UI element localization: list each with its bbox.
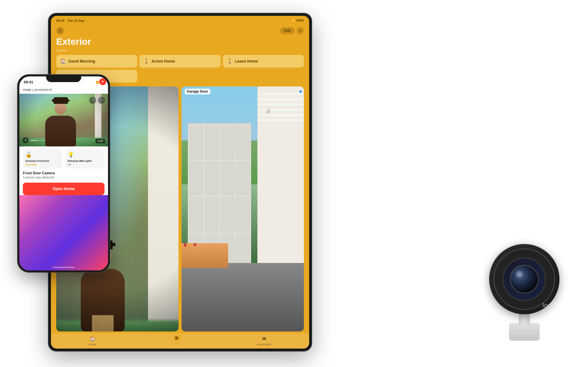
- arrive-home-icon: 🚶: [143, 58, 149, 64]
- logi-camera-device: logi: [478, 235, 571, 341]
- tablet-status-right: 📶 100%: [291, 19, 304, 22]
- speaker-button[interactable]: 🔊: [98, 97, 105, 104]
- nav-home-label: Home: [89, 343, 96, 346]
- phone-top-bar: HOME | JACKSON ST ···: [19, 86, 108, 94]
- scene-leave-home[interactable]: 🚶 Leave Home: [223, 55, 304, 68]
- rooms-active-indicator: [176, 346, 177, 347]
- menu-lines-icon: [59, 29, 62, 32]
- more-options-icon[interactable]: ···: [100, 87, 104, 92]
- camera-lens-shine: [516, 270, 523, 278]
- bottom-navigation: 🏠 Home ⊞ Rooms ✉ Automation: [51, 333, 309, 349]
- garage-driveway: [182, 263, 304, 332]
- leave-home-label: Leave Home: [235, 59, 258, 64]
- lights-device-tile[interactable]: 💡 Entryway Wall Lights Off: [65, 149, 104, 169]
- nav-automation[interactable]: ✉ Automation: [257, 336, 271, 346]
- security-light: [267, 109, 270, 113]
- garage-house-wall-right: [257, 86, 304, 277]
- delivery-package: [92, 315, 114, 332]
- lock-device-status: Unlocked: [25, 163, 60, 166]
- nav-rooms[interactable]: ⊞ Rooms: [172, 335, 181, 347]
- good-morning-icon: 🏠: [60, 58, 66, 64]
- phone-person-head: [55, 102, 67, 115]
- logi-logo: logi: [542, 302, 553, 309]
- home-nav-icon: 🏠: [90, 336, 95, 342]
- phone-wifi-icon: 📶: [96, 81, 99, 84]
- phone-screen: 09:41 📶 🔋 HOME | JACKSON ST ···: [19, 76, 108, 270]
- automation-nav-icon: ✉: [262, 336, 266, 342]
- tablet-top-bar: Edit +: [51, 25, 309, 36]
- phone-wallpaper: [19, 195, 108, 270]
- camera-stand: [509, 323, 540, 341]
- phone-time: 09:41: [24, 80, 33, 84]
- phone-home-location: HOME | JACKSON ST: [23, 88, 52, 92]
- lights-icon: 💡: [68, 152, 102, 158]
- flower-bed: [182, 243, 228, 268]
- lock-icon: 🔓: [25, 152, 60, 158]
- phone-notification: Front Door Camera A person was detected.: [19, 171, 108, 179]
- phone-person-hat: [54, 97, 68, 104]
- camera-outer-ring: [494, 249, 555, 310]
- pause-button[interactable]: ⏸: [22, 137, 29, 143]
- menu-button[interactable]: [56, 27, 64, 35]
- scene-good-morning[interactable]: 🏠 Good Morning: [56, 55, 137, 68]
- camera-lens: [510, 265, 539, 293]
- lock-device-tile[interactable]: 🔓 Entryway Front Door Unlocked: [23, 149, 62, 169]
- nav-home[interactable]: 🏠 Home: [89, 336, 96, 346]
- rooms-nav-icon: ⊞: [175, 336, 178, 340]
- phone-person-hat-brim: [52, 100, 69, 102]
- lock-device-name: Entryway Front Door: [25, 159, 60, 162]
- garage-active-dot: [300, 91, 302, 93]
- add-button[interactable]: +: [297, 27, 304, 34]
- battery-icon: 100%: [296, 19, 304, 22]
- door-surrounds: [148, 86, 178, 332]
- phone-cam-controls: 🎤 🔊: [89, 97, 105, 104]
- phone-devices-row: 🔓 Entryway Front Door Unlocked 💡 Entrywa…: [19, 146, 108, 171]
- main-scene: 09:41 Tue 10 Sep 📶 100%: [0, 0, 588, 367]
- video-progress-fill: [30, 140, 37, 141]
- page-title: Exterior: [51, 36, 309, 47]
- notification-title: Front Door Camera: [23, 171, 104, 175]
- phone-notch: [46, 75, 81, 82]
- camera-body: logi: [489, 244, 559, 314]
- mic-button[interactable]: 🎤: [89, 97, 96, 104]
- nav-automation-label: Automation: [257, 343, 271, 346]
- edit-button[interactable]: Edit: [280, 27, 295, 34]
- phone-device: × 09:41 📶 🔋 HOME | JACKSON ST ···: [17, 75, 110, 272]
- phone-home-indicator: [53, 267, 75, 268]
- tablet-date: Tue 10 Sep: [67, 19, 84, 22]
- wifi-icon: 📶: [291, 19, 295, 22]
- phone-person-body: [45, 116, 76, 146]
- lights-device-status: Off: [68, 163, 102, 166]
- open-home-button[interactable]: Open Home: [23, 183, 104, 195]
- good-morning-label: Good Morning: [68, 59, 95, 64]
- garage-camera-header: Garage Door: [185, 89, 302, 94]
- garage-camera-title: Garage Door: [185, 89, 210, 94]
- tablet-time: 09:41: [56, 19, 65, 22]
- scenes-grid-row1: 🏠 Good Morning 🚶 Arrive Home 🚶 Leave Hom…: [56, 55, 304, 68]
- phone-camera-view[interactable]: 🎤 🔊 ⏸ LIVE: [19, 94, 108, 146]
- nav-rooms-label: Rooms: [172, 342, 181, 345]
- scenes-label: Scenes: [56, 49, 304, 52]
- notification-body: A person was detected.: [23, 175, 104, 179]
- lights-device-name: Entryway Wall Lights: [68, 159, 102, 162]
- garage-camera-card[interactable]: Garage Door: [182, 86, 304, 332]
- arrive-home-label: Arrive Home: [151, 59, 175, 64]
- close-button[interactable]: ×: [99, 78, 106, 85]
- camera-inner-ring: [502, 257, 546, 301]
- scene-arrive-home[interactable]: 🚶 Arrive Home: [139, 55, 220, 68]
- top-actions: Edit +: [280, 27, 304, 34]
- tablet-status-bar: 09:41 Tue 10 Sep 📶 100%: [51, 16, 309, 25]
- leave-home-icon: 🚶: [227, 58, 233, 64]
- phone-doorbell-person: [45, 102, 76, 146]
- live-badge: LIVE: [95, 139, 105, 143]
